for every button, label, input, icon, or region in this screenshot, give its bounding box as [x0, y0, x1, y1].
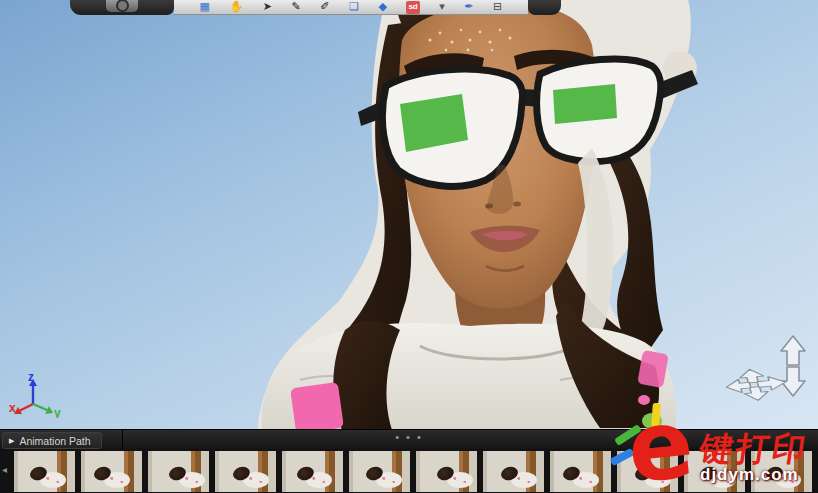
3d-viewport[interactable]	[0, 0, 818, 493]
brush-icon[interactable]: ✒	[464, 0, 473, 13]
pan-arrows[interactable]	[722, 367, 790, 403]
frames-strip	[14, 451, 812, 492]
marker-icon[interactable]: ✐	[320, 0, 329, 13]
cursor-icon[interactable]: ➤	[263, 0, 272, 13]
sd-badge-icon[interactable]: sd	[406, 1, 419, 14]
top-toolbar: ▦✋➤✎✐❏◆sd▾✒⊟	[70, 0, 561, 15]
animation-frame-thumbnail[interactable]	[81, 451, 142, 492]
3d-scan-model	[0, 0, 818, 493]
toolbar-icons: ▦✋➤✎✐❏◆sd▾✒⊟	[174, 0, 528, 15]
animation-panel-header: ▶ Animation Path • • •	[0, 429, 818, 449]
animation-frame-thumbnail[interactable]	[483, 451, 544, 492]
panel-drag-handle[interactable]: • • •	[0, 431, 818, 443]
hand-icon[interactable]: ✋	[229, 0, 243, 13]
animation-frame-thumbnail[interactable]	[684, 451, 745, 492]
animation-frame-thumbnail[interactable]	[215, 451, 276, 492]
clamp-icon[interactable]: ⊟	[493, 0, 502, 13]
right-green-rect	[553, 84, 617, 124]
animation-frame-thumbnail[interactable]	[148, 451, 209, 492]
navigation-arrow-pad[interactable]	[720, 334, 814, 416]
chat-icon[interactable]: ❏	[349, 0, 359, 13]
camera-button[interactable]	[70, 0, 174, 15]
frames-panel: ◂	[0, 449, 818, 493]
toolbar-end-cap	[528, 0, 561, 15]
diamond-icon[interactable]: ◆	[378, 0, 386, 13]
animation-frame-thumbnail[interactable]	[751, 451, 812, 492]
image-icon[interactable]: ▦	[200, 0, 210, 13]
animation-frame-thumbnail[interactable]	[14, 451, 75, 492]
axis-x-label: x	[9, 401, 16, 415]
move-up-arrow[interactable]	[781, 336, 805, 365]
app-window: ▦✋➤✎✐❏◆sd▾✒⊟ z x y ▶ Animation P	[0, 0, 818, 493]
animation-frame-thumbnail[interactable]	[349, 451, 410, 492]
animation-frame-thumbnail[interactable]	[416, 451, 477, 492]
pen-icon[interactable]: ✎	[291, 0, 300, 13]
animation-frame-thumbnail[interactable]	[617, 451, 678, 492]
scroll-left-arrow[interactable]: ◂	[2, 464, 7, 475]
dropdown-caret-icon[interactable]: ▾	[439, 0, 445, 13]
axis-y-label: y	[54, 406, 61, 418]
axis-z-label: z	[28, 370, 34, 384]
camera-icon	[106, 0, 138, 12]
axis-gizmo: z x y	[8, 370, 62, 418]
animation-frame-thumbnail[interactable]	[550, 451, 611, 492]
animation-frame-thumbnail[interactable]	[282, 451, 343, 492]
